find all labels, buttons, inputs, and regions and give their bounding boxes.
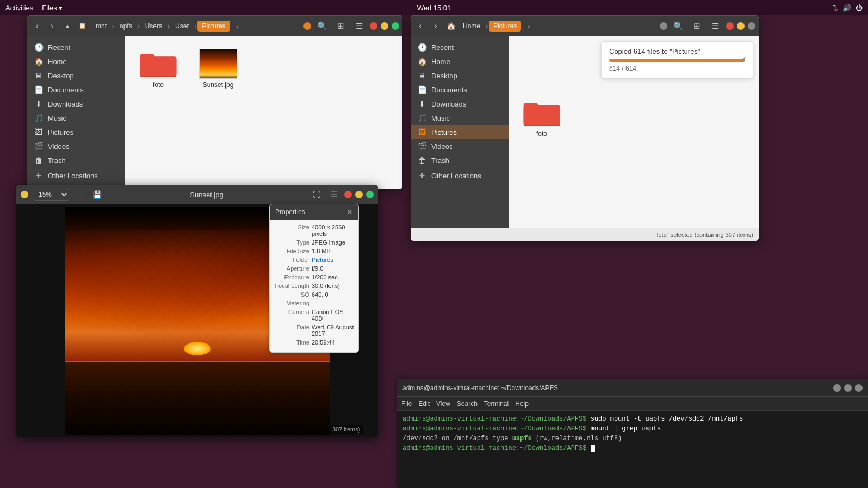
term-menu-edit[interactable]: Edit — [418, 400, 430, 408]
fm2-sidebar-item-home[interactable]: 🏠 Home — [411, 54, 509, 68]
fm2-recent-icon: 🕐 — [417, 43, 427, 52]
props-row-type: Type JPEG image — [274, 239, 354, 246]
fm2-sidebar-item-pictures[interactable]: 🖼 Pictures — [411, 125, 509, 139]
fm1-btn-max[interactable] — [392, 22, 399, 30]
fm2-sidebar-label-desktop: Desktop — [431, 72, 457, 80]
fm2-sidebar-item-videos[interactable]: 🎬 Videos — [411, 139, 509, 153]
fm2-sidebar-item-downloads[interactable]: ⬇ Downloads — [411, 97, 509, 111]
fm1-breadcrumb: mnt › apfs › Users › User › Pictures › — [91, 20, 301, 33]
props-val-folder[interactable]: Pictures — [312, 256, 354, 263]
sidebar-item-home[interactable]: 🏠 Home — [27, 54, 125, 68]
term-btn-2[interactable] — [844, 384, 852, 392]
file-manager-2: ‹ › 🏠 Home › Pictures › 🔍 ⊞ ☰ 🕐 Recent 🏠 — [411, 15, 759, 241]
fm2-btn-min[interactable] — [737, 22, 745, 30]
breadcrumb-user[interactable]: User — [171, 21, 193, 32]
fm1-forward-btn[interactable]: › — [46, 20, 59, 33]
props-val-type: JPEG image — [312, 239, 354, 246]
fm2-view-btn[interactable]: ⊞ — [689, 18, 704, 34]
term-menu-view[interactable]: View — [436, 400, 450, 408]
sidebar-item-other-locations[interactable]: + Other Locations — [27, 167, 125, 184]
term-output-1b: (rw,relatime,nls=utf8) — [532, 435, 622, 442]
breadcrumb-pictures2[interactable]: Pictures — [489, 21, 521, 32]
breadcrumb-home[interactable]: Home — [458, 21, 485, 32]
term-btn-3[interactable] — [855, 384, 863, 392]
term-menu-file[interactable]: File — [401, 400, 412, 408]
fm2-sidebar-item-desktop[interactable]: 🖥 Desktop — [411, 68, 509, 83]
breadcrumb-mnt[interactable]: mnt — [91, 21, 111, 32]
fm2-home-icon: 🏠 — [417, 57, 427, 66]
fm1-back-btn[interactable]: ‹ — [30, 20, 44, 33]
sidebar-item-documents[interactable]: 📄 Documents — [27, 83, 125, 97]
viewer-menu-btn[interactable]: ☰ — [327, 187, 341, 202]
sidebar-item-trash[interactable]: 🗑 Trash — [27, 153, 125, 167]
viewer-zoom-out-btn[interactable]: − — [72, 187, 86, 202]
viewer-btn-min2[interactable] — [355, 191, 363, 198]
files-menu[interactable]: Files ▾ — [42, 4, 63, 12]
fm2-forward-btn[interactable]: › — [429, 20, 442, 33]
fm1-search-btn[interactable]: 🔍 — [314, 18, 330, 34]
breadcrumb-apfs[interactable]: apfs — [115, 21, 137, 32]
fm2-file-item-foto[interactable]: foto — [517, 93, 566, 142]
sound-icon[interactable]: 🔊 — [842, 4, 851, 12]
viewer-btn-max[interactable] — [366, 191, 374, 198]
props-row-folder: Folder Pictures — [274, 256, 354, 263]
activities-label[interactable]: Activities — [5, 4, 33, 12]
fm2-menu-btn[interactable]: ☰ — [708, 18, 723, 34]
breadcrumb-expand[interactable]: › — [231, 20, 244, 33]
props-close-btn[interactable]: ✕ — [346, 208, 353, 216]
term-menu-help[interactable]: Help — [515, 400, 529, 408]
downloads-icon: ⬇ — [34, 99, 44, 108]
viewer-btn-min[interactable] — [21, 191, 28, 198]
fm2-sidebar-item-other-locations[interactable]: + Other Locations — [411, 167, 509, 184]
fm2-sidebar-item-music[interactable]: 🎵 Music — [411, 111, 509, 125]
breadcrumb-users[interactable]: Users — [141, 21, 166, 32]
fm2-indicator — [660, 22, 667, 30]
props-row-exposure: Exposure 1/200 sec. — [274, 274, 354, 280]
fm2-btn-max[interactable] — [748, 22, 755, 30]
term-menu-terminal[interactable]: Terminal — [484, 400, 509, 408]
term-cursor — [591, 445, 595, 452]
props-val-focal: 30.0 (lens) — [312, 283, 354, 289]
viewer-fullscreen-btn[interactable]: ⛶ — [309, 187, 324, 202]
fm2-sidebar-item-recent[interactable]: 🕐 Recent — [411, 40, 509, 54]
sunset-thumbnail — [199, 49, 237, 79]
fm1-btn-close[interactable] — [370, 22, 377, 30]
fm2-back-btn[interactable]: ‹ — [414, 20, 427, 33]
fm2-btn-close[interactable] — [726, 22, 734, 30]
breadcrumb-pictures[interactable]: Pictures — [197, 21, 230, 32]
svg-rect-7 — [524, 107, 560, 125]
file-item-sunset[interactable]: Sunset.jpg — [194, 45, 243, 93]
props-val-filesize: 1.8 MB — [312, 248, 354, 254]
fm2-sidebar-item-documents[interactable]: 📄 Documents — [411, 83, 509, 97]
fm1-file-grid: foto Sunset.jpg — [134, 45, 394, 93]
viewer-save-btn[interactable]: 💾 — [90, 187, 104, 202]
props-val-exposure: 1/200 sec. — [312, 274, 354, 280]
terminal-body[interactable]: admins@admins-virtual-machine:~/Download… — [397, 411, 868, 488]
sidebar-item-recent[interactable]: 🕐 Recent — [27, 40, 125, 54]
viewer-btn-close[interactable] — [344, 191, 352, 198]
breadcrumb2-expand[interactable]: › — [522, 20, 535, 33]
sidebar-item-downloads[interactable]: ⬇ Downloads — [27, 97, 125, 111]
zoom-select[interactable]: 15% 25% 50% 100% — [34, 189, 69, 201]
term-btn-1[interactable] — [833, 384, 841, 392]
sidebar-item-pictures[interactable]: 🖼 Pictures — [27, 125, 125, 139]
fm1-btn-min[interactable] — [381, 22, 388, 30]
term-menu-search[interactable]: Search — [457, 400, 478, 408]
sidebar-item-videos[interactable]: 🎬 Videos — [27, 139, 125, 153]
fm2-home-nav[interactable]: 🏠 — [444, 20, 457, 33]
topbar: Activities Files ▾ Wed 15:01 ⇅ 🔊 ⏻ — [0, 0, 868, 15]
fm1-view-btn[interactable]: ⊞ — [333, 18, 348, 34]
sidebar-item-music[interactable]: 🎵 Music — [27, 111, 125, 125]
items-count-overlay: 307 items) — [329, 425, 363, 434]
fm1-menu-btn[interactable]: ☰ — [351, 18, 367, 34]
sidebar-item-desktop[interactable]: 🖥 Desktop — [27, 68, 125, 83]
fm1-toolbar-actions: 🔍 ⊞ ☰ — [303, 18, 399, 34]
sunset-water — [65, 362, 330, 435]
fm2-sidebar-item-trash[interactable]: 🗑 Trash — [411, 153, 509, 167]
file-item-foto[interactable]: foto — [134, 45, 183, 93]
fm2-search-btn[interactable]: 🔍 — [671, 18, 686, 34]
fm1-parent-btn[interactable]: ▲ — [61, 20, 74, 33]
fm1-location-btn[interactable]: 📋 — [76, 20, 89, 33]
power-icon[interactable]: ⏻ — [855, 4, 863, 12]
sidebar-label-documents: Documents — [48, 86, 84, 94]
